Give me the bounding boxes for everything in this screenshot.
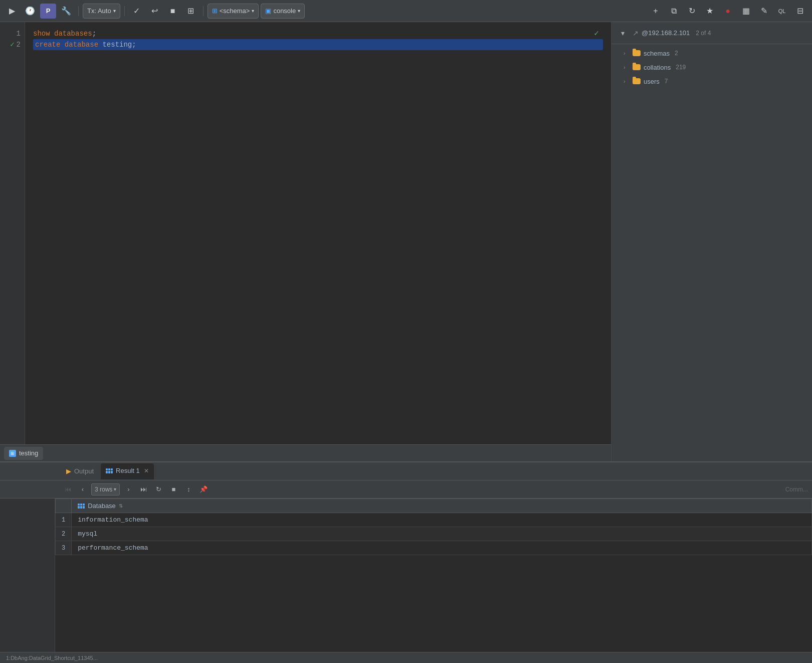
semicolon1: ; xyxy=(92,28,96,39)
explain-button[interactable]: P xyxy=(40,4,56,19)
collations-folder-icon xyxy=(633,64,641,70)
undo-button[interactable]: ↩ xyxy=(147,4,163,19)
stop-results-button[interactable]: ■ xyxy=(167,483,180,496)
tree-item-collations[interactable]: › collations 219 xyxy=(612,60,812,74)
collations-chevron-icon: › xyxy=(624,64,630,70)
results-table: Database ⇅ 1 information_schema 2 mysql xyxy=(55,499,812,555)
tree-items: › schemas 2 › collations 219 › users 7 xyxy=(612,44,812,461)
star-button[interactable]: ★ xyxy=(702,4,718,19)
status-text: 1:DbAng:DataGrid_Shortcut_11345... xyxy=(6,655,98,661)
database-col-header[interactable]: Database ⇅ xyxy=(72,499,812,513)
result1-tab[interactable]: Result 1 ✕ xyxy=(101,463,154,479)
code-line-2: create database testing ; xyxy=(33,39,603,50)
table-area: Database ⇅ 1 information_schema 2 mysql xyxy=(0,499,812,652)
rows-label: 3 rows xyxy=(95,486,112,493)
chevron-down-icon: ▾ xyxy=(113,8,116,14)
filter-button[interactable]: ⊟ xyxy=(792,4,808,19)
bookmark-button[interactable]: 📌 xyxy=(197,483,210,496)
sep2 xyxy=(124,6,125,16)
bottom-panel: ▶ Output Result 1 ✕ ⏮ ‹ 3 rows ▾ › ⏭ ↻ xyxy=(0,461,812,652)
line-numbers: 1 ✓ 2 xyxy=(0,22,25,444)
refresh-results-button[interactable]: ↻ xyxy=(152,483,165,496)
add-button[interactable]: + xyxy=(648,4,664,19)
table-view-button[interactable]: ▦ xyxy=(738,4,754,19)
row-num-1: 1 xyxy=(56,513,72,527)
collations-count: 219 xyxy=(676,64,686,71)
collations-label: collations xyxy=(644,64,671,71)
record-button[interactable]: ● xyxy=(720,4,736,19)
ql-button[interactable]: QL xyxy=(774,4,790,19)
edit-button[interactable]: ✎ xyxy=(756,4,772,19)
console-dropdown[interactable]: ▣ console ▾ xyxy=(261,4,305,19)
pin-button[interactable]: ↕ xyxy=(182,483,195,496)
stop-button[interactable]: ■ xyxy=(165,4,181,19)
db-name: testing xyxy=(102,39,132,50)
output-tab[interactable]: ▶ Output xyxy=(61,463,99,479)
rows-dropdown[interactable]: 3 rows ▾ xyxy=(91,483,120,495)
semicolon2: ; xyxy=(132,39,136,50)
kw-database: database xyxy=(65,39,98,50)
table-row: 2 mysql xyxy=(56,527,812,541)
wrench-button[interactable]: 🔧 xyxy=(58,4,74,19)
users-count: 7 xyxy=(665,78,668,85)
output-icon: ▶ xyxy=(66,467,71,475)
row-num-header xyxy=(56,499,72,513)
copy-button[interactable]: ⧉ xyxy=(666,4,682,19)
tree-item-users[interactable]: › users 7 xyxy=(612,74,812,88)
right-panel-header: ▾ ↗ @192.168.2.101 2 of 4 xyxy=(612,22,812,44)
main-area: 1 ✓ 2 show databases ; ✓ xyxy=(0,22,812,461)
space1 xyxy=(50,28,54,39)
result1-close-button[interactable]: ✕ xyxy=(144,467,149,474)
testing-tab-label: testing xyxy=(19,449,38,457)
row-2-database[interactable]: mysql xyxy=(72,527,812,541)
server-position-badge: 2 of 4 xyxy=(696,30,711,37)
table-row: 3 performance_schema xyxy=(56,541,812,555)
code-editor[interactable]: show databases ; ✓ create database testi… xyxy=(25,22,611,444)
history-button[interactable]: 🕐 xyxy=(22,4,38,19)
line-check-2: ✓ xyxy=(10,39,14,50)
refresh-button[interactable]: ↻ xyxy=(684,4,700,19)
sep3 xyxy=(203,6,204,16)
testing-tab[interactable]: ⊞ testing xyxy=(4,447,43,460)
schemas-count: 2 xyxy=(675,50,678,57)
console-chevron-icon: ▾ xyxy=(298,8,300,14)
bottom-toolbar: ⏮ ‹ 3 rows ▾ › ⏭ ↻ ■ ↕ 📌 Comm... xyxy=(0,480,812,499)
next-page-button[interactable]: › xyxy=(122,483,135,496)
first-page-button[interactable]: ⏮ xyxy=(61,483,74,496)
schema-chevron-icon: ▾ xyxy=(252,8,254,14)
status-bar: 1:DbAng:DataGrid_Shortcut_11345... xyxy=(0,652,812,663)
prev-page-button[interactable]: ‹ xyxy=(76,483,89,496)
line-number-1: 1 xyxy=(4,28,21,39)
users-folder-icon xyxy=(633,78,641,84)
schemas-label: schemas xyxy=(644,50,670,57)
schema-dropdown[interactable]: ⊞ <schema> ▾ xyxy=(208,4,259,19)
row-3-database[interactable]: performance_schema xyxy=(72,541,812,555)
editor-footer: ⊞ testing xyxy=(0,444,611,461)
space3 xyxy=(98,39,102,50)
sep1 xyxy=(78,6,79,16)
tree-item-schemas[interactable]: › schemas 2 xyxy=(612,46,812,60)
line-num-1: 1 xyxy=(17,28,21,39)
editor-panel: 1 ✓ 2 show databases ; ✓ xyxy=(0,22,612,461)
check-button[interactable]: ✓ xyxy=(129,4,145,19)
col-database-label: Database xyxy=(88,502,116,510)
grid-button[interactable]: ⊞ xyxy=(183,4,199,19)
collapse-button[interactable]: ▾ xyxy=(616,26,630,40)
col-sort-icon[interactable]: ⇅ xyxy=(119,503,123,509)
code-line-1: show databases ; ✓ xyxy=(33,28,603,39)
col-table-icon xyxy=(78,504,85,509)
schemas-folder-icon xyxy=(633,50,641,56)
kw-show: show xyxy=(33,28,50,39)
play-button[interactable]: ▶ xyxy=(4,4,20,19)
space2 xyxy=(60,39,64,50)
command-label: Comm... xyxy=(785,486,808,493)
console-label: console xyxy=(273,7,296,15)
row-1-database[interactable]: information_schema xyxy=(72,513,812,527)
data-table-container[interactable]: Database ⇅ 1 information_schema 2 mysql xyxy=(55,499,812,652)
tx-dropdown[interactable]: Tx: Auto ▾ xyxy=(83,4,120,19)
last-page-button[interactable]: ⏭ xyxy=(137,483,150,496)
output-tab-label: Output xyxy=(74,467,94,475)
table-row: 1 information_schema xyxy=(56,513,812,527)
result-table-icon xyxy=(106,468,113,473)
success-mark-1: ✓ xyxy=(594,28,599,39)
